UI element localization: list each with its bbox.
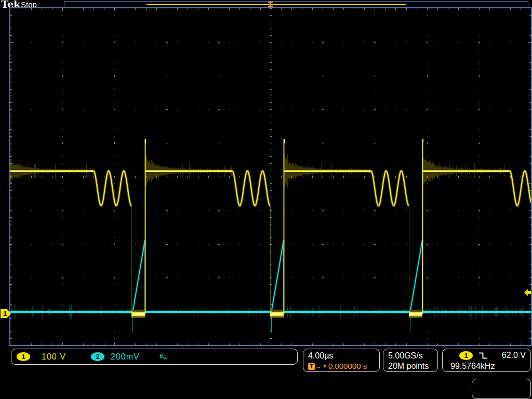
channel2-scale: 200mV bbox=[111, 352, 147, 362]
oscilloscope-screen: { "header": { "logo": "Tek", "status": "… bbox=[0, 0, 532, 399]
channel1-badge[interactable]: 1 bbox=[17, 352, 30, 361]
record-view-trigger-icon bbox=[267, 2, 274, 7]
delay-marker-icon: ▼ bbox=[322, 361, 327, 371]
channel-readout-box[interactable]: 1 100 V 2 200mV BW bbox=[11, 349, 298, 365]
horizontal-readout-box[interactable]: 4.00µs T → ▼ 0.000000 s bbox=[303, 349, 380, 372]
trigger-readout-box[interactable]: 1 62.0 V 99.5764kHz bbox=[442, 349, 531, 372]
horizontal-scale: 4.00µs bbox=[308, 351, 379, 361]
record-length: 20M points bbox=[388, 361, 437, 371]
falling-edge-icon bbox=[478, 352, 488, 360]
waveform-display bbox=[10, 8, 531, 345]
horizontal-position: 0.000000 s bbox=[328, 361, 367, 371]
sample-rate: 5.00GS/s bbox=[388, 351, 437, 361]
trigger-source-badge[interactable]: 1 bbox=[459, 351, 473, 360]
channel1-scale: 100 V bbox=[42, 352, 91, 362]
trigger-level: 62.0 V bbox=[502, 351, 526, 360]
trigger-t-icon: T bbox=[308, 363, 315, 370]
record-view-waveform bbox=[147, 4, 406, 5]
arrow-right-icon: → bbox=[315, 361, 322, 371]
trigger-frequency: 99.5764kHz bbox=[450, 361, 530, 371]
channel2-badge[interactable]: 2 bbox=[91, 352, 104, 361]
bandwidth-limit-icon: BW bbox=[159, 353, 167, 361]
acquisition-readout-box[interactable]: 5.00GS/s 20M points bbox=[383, 349, 438, 372]
datetime-box[interactable]: 13 Jul 2023 11:27:48 bbox=[472, 379, 531, 399]
